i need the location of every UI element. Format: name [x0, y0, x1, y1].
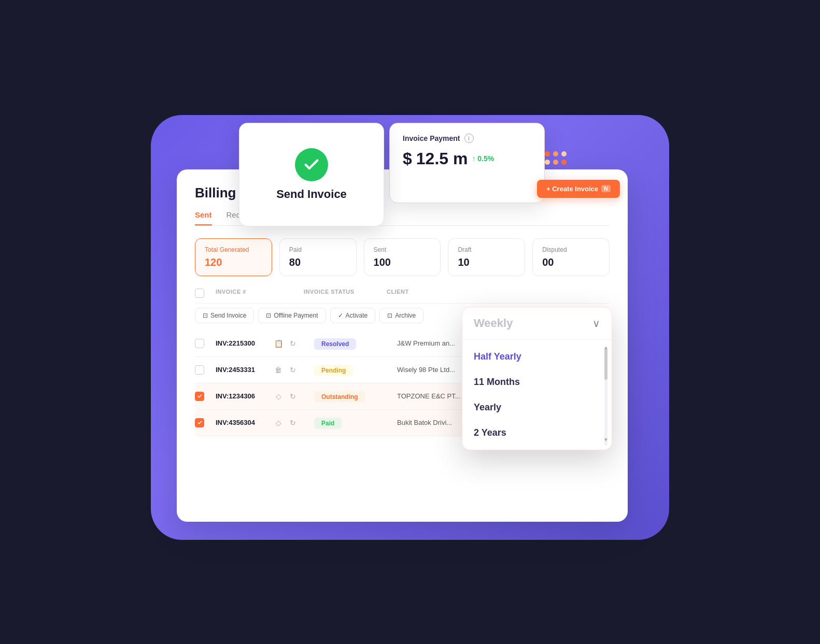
dropdown-selected-label: Weekly [474, 317, 513, 330]
activate-label: Activate [346, 312, 368, 319]
ip-value: 12.5 m [416, 149, 468, 168]
stat-paid-value: 80 [289, 256, 347, 268]
stat-paid-label: Paid [289, 246, 347, 253]
ip-title: Invoice Payment [403, 134, 460, 142]
activate-button[interactable]: ✓ Activate [330, 308, 376, 323]
trash-icon[interactable]: 🗑 [273, 364, 284, 376]
chevron-down-icon: ∨ [592, 317, 600, 330]
ip-change: ↑ 0.5% [472, 154, 494, 163]
archive-label: Archive [395, 312, 416, 319]
calendar-icon[interactable]: 📋 [273, 338, 284, 349]
row-4-status: Paid [314, 418, 342, 429]
th-check [195, 289, 210, 298]
dot-2 [553, 151, 558, 156]
send-invoice-title: Send Invoice [276, 188, 347, 201]
row-2-status: Pending [314, 365, 353, 376]
diamond-icon-2[interactable]: ◇ [273, 417, 284, 428]
row-1-status: Resolved [314, 338, 356, 350]
dropdown-item-half-yearly[interactable]: Half Yearly [462, 344, 612, 369]
row-4-invoice-num: INV:4356304 [216, 419, 267, 426]
create-invoice-button[interactable]: + Create Invoice N [537, 180, 620, 198]
th-invoice: INVOICE # [216, 289, 299, 298]
row-3-status: Outstanding [314, 391, 365, 403]
stat-draft-label: Draft [458, 246, 515, 253]
scrollbar-track [604, 349, 607, 446]
create-invoice-label: + Create Invoice [546, 185, 598, 193]
row-2-icons: 🗑 ↻ [273, 364, 299, 376]
row-2-checkbox[interactable] [195, 365, 204, 375]
row-1-icons: 📋 ↻ [273, 338, 299, 349]
dots-decoration [545, 151, 567, 165]
stat-sent-value: 100 [374, 256, 431, 268]
send-invoice-action-button[interactable]: ⊡ Send Invoice [195, 308, 254, 323]
dot-1 [545, 151, 550, 156]
scroll-down-arrow[interactable]: ▼ [603, 437, 609, 442]
row-1-invoice-num: INV:2215300 [216, 339, 267, 347]
scene: Send Invoice Invoice Payment i $ 12.5 m … [125, 89, 695, 555]
dot-3 [561, 151, 567, 156]
dot-4 [545, 160, 550, 165]
row-2-invoice-num: INV:2453331 [216, 366, 267, 374]
scrollbar-thumb[interactable] [604, 349, 607, 380]
create-invoice-badge: N [601, 185, 611, 192]
tab-sent[interactable]: Sent [195, 210, 212, 225]
stat-draft-value: 10 [458, 256, 515, 268]
stat-paid[interactable]: Paid 80 [279, 238, 357, 276]
check-circle-icon [295, 148, 328, 181]
ip-header: Invoice Payment i [403, 134, 531, 143]
scroll-up-arrow[interactable]: ▲ [603, 345, 609, 350]
invoice-payment-card: Invoice Payment i $ 12.5 m ↑ 0.5% [389, 123, 545, 203]
dropdown-list: Half Yearly 11 Months Yearly 2 Years [462, 340, 612, 450]
stat-total-generated-value: 120 [205, 256, 262, 268]
refresh-icon-2[interactable]: ↻ [287, 364, 299, 376]
dropdown-item-yearly[interactable]: Yearly [462, 395, 612, 420]
select-all-checkbox[interactable] [195, 289, 204, 298]
row-3-checkbox[interactable] [195, 392, 204, 401]
row-4-icons: ◇ ↻ [273, 417, 299, 428]
stat-disputed-value: 00 [542, 256, 600, 268]
th-client: CLIENT [387, 289, 610, 298]
ip-amount: $ 12.5 m ↑ 0.5% [403, 149, 531, 168]
archive-icon: ⊡ [387, 312, 392, 319]
payment-icon: ⊡ [266, 312, 271, 319]
dropdown-item-2-years[interactable]: 2 Years [462, 420, 612, 446]
stat-sent-label: Sent [374, 246, 431, 253]
dropdown-header[interactable]: Weekly ∨ [462, 307, 612, 340]
dropdown-item-11-months[interactable]: 11 Months [462, 369, 612, 395]
th-status: INVOICE STATUS [304, 289, 381, 298]
row-3-invoice-num: INV:1234306 [216, 392, 267, 400]
refresh-icon[interactable]: ↻ [287, 338, 299, 349]
send-invoice-card: Send Invoice [239, 123, 384, 226]
stat-sent[interactable]: Sent 100 [364, 238, 441, 276]
info-icon: i [464, 134, 474, 143]
stat-disputed[interactable]: Disputed 00 [532, 238, 610, 276]
stat-total-generated[interactable]: Total Generated 120 [195, 238, 272, 276]
dropdown-card: Weekly ∨ Half Yearly 11 Months Yearly 2 … [462, 307, 612, 450]
archive-button[interactable]: ⊡ Archive [379, 308, 423, 323]
row-3-icons: ◇ ↻ [273, 391, 299, 402]
dot-5 [553, 160, 558, 165]
row-1-checkbox[interactable] [195, 339, 204, 348]
stat-draft[interactable]: Draft 10 [448, 238, 525, 276]
offline-payment-label: Offline Payment [274, 312, 318, 319]
refresh-icon-4[interactable]: ↻ [287, 417, 299, 428]
send-icon: ⊡ [203, 312, 208, 319]
table-header: INVOICE # INVOICE STATUS CLIENT [195, 289, 610, 304]
stats-row: Total Generated 120 Paid 80 Sent 100 Dra… [195, 238, 610, 276]
dot-6 [561, 160, 567, 165]
diamond-icon[interactable]: ◇ [273, 391, 284, 402]
offline-payment-button[interactable]: ⊡ Offline Payment [258, 308, 326, 323]
row-4-checkbox[interactable] [195, 418, 204, 427]
stat-disputed-label: Disputed [542, 246, 600, 253]
ip-dollar: $ [403, 149, 412, 168]
check-icon: ✓ [338, 312, 343, 319]
stat-total-generated-label: Total Generated [205, 246, 262, 253]
refresh-icon-3[interactable]: ↻ [287, 391, 299, 402]
send-invoice-action-label: Send Invoice [210, 312, 246, 319]
